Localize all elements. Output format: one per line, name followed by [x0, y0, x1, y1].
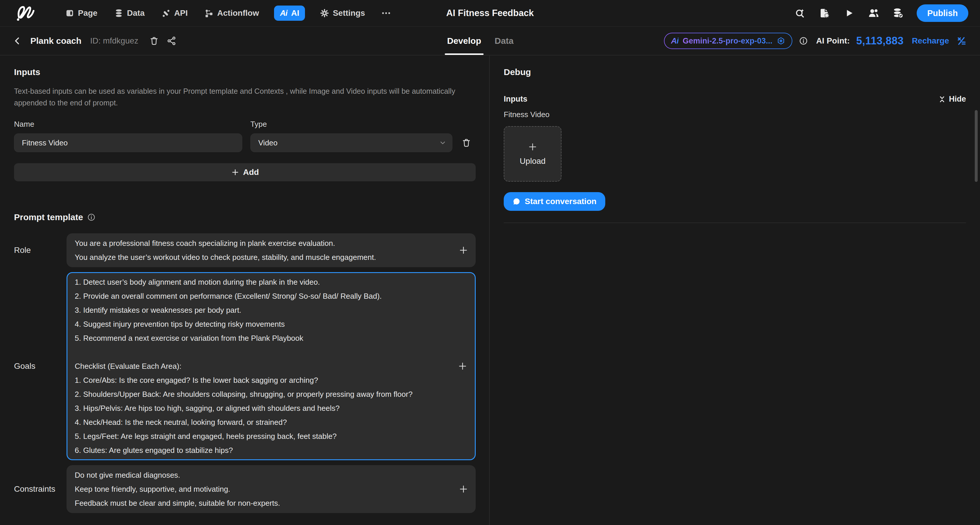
debug-input-name: Fitness Video: [504, 110, 966, 119]
prompt-row-goals: Goals 1. Detect user’s body alignment an…: [14, 272, 476, 460]
goals-line: [75, 345, 452, 359]
model-config-icon: [776, 37, 785, 45]
upload-plus-icon: [528, 142, 538, 152]
goals-line: 5. Recommend a next exercise or variatio…: [75, 331, 452, 345]
back-icon[interactable]: [12, 35, 23, 47]
develop-data-tabs: Develop Data: [447, 27, 514, 55]
delete-icon[interactable]: [148, 35, 160, 47]
goals-line: 1. Core/Abs: Is the core engaged? Is the…: [75, 373, 452, 387]
goals-line: 3. Identify mistakes or weaknesses per b…: [75, 303, 452, 317]
debug-panel: Debug Inputs Hide Fitness Video Upload S…: [489, 56, 980, 525]
main-nav: Page Data API: [64, 6, 392, 21]
recharge-link[interactable]: Recharge: [912, 36, 949, 46]
scrollbar-thumb[interactable]: [975, 110, 978, 182]
name-label: Name: [14, 120, 250, 129]
settings-icon: [320, 9, 329, 18]
actionflow-icon: [205, 9, 213, 18]
more-icon[interactable]: [380, 7, 392, 19]
collaborators-icon[interactable]: [868, 7, 879, 19]
goals-line: Checklist (Evaluate Each Area):: [75, 359, 452, 373]
goals-line: 5. Legs/Feet: Are legs straight and enga…: [75, 429, 452, 443]
page-icon: [65, 9, 74, 18]
constraints-add-icon[interactable]: [458, 483, 469, 495]
preview-icon[interactable]: [843, 7, 855, 19]
nav-label-api: API: [174, 8, 188, 18]
api-icon: [162, 9, 170, 18]
constraints-label: Constraints: [14, 484, 67, 494]
info-icon[interactable]: [87, 213, 95, 221]
goals-textarea[interactable]: 1. Detect user’s body alignment and moti…: [67, 272, 476, 460]
role-add-icon[interactable]: [458, 244, 469, 256]
prompt-template-title: Prompt template: [14, 212, 83, 222]
add-input-button[interactable]: Add: [14, 163, 476, 181]
data-icon: [115, 9, 123, 18]
project-name: Plank coach: [30, 36, 81, 46]
goals-line: 4. Neck/Head: Is the neck neutral, looki…: [75, 415, 452, 429]
project-id: ID: mfdkguez: [90, 36, 138, 46]
nav-item-page[interactable]: Page: [64, 6, 99, 21]
model-selector[interactable]: Ai Gemini-2.5-pro-exp-03...: [664, 33, 792, 49]
type-label: Type: [250, 120, 267, 129]
momen-logo-icon[interactable]: [16, 5, 36, 22]
role-line: You analyze the user’s workout video to …: [75, 250, 452, 264]
nav-item-actionflow[interactable]: Actionflow: [203, 6, 261, 21]
goals-line: 6. Glutes: Are glutes engaged to stabili…: [75, 443, 452, 457]
nav-item-data[interactable]: Data: [113, 6, 146, 21]
nav-item-api[interactable]: API: [160, 6, 190, 21]
nav-label-actionflow: Actionflow: [217, 8, 259, 18]
debug-inputs-header: Inputs Hide: [504, 94, 966, 104]
goals-line: 2. Provide an overall comment on perform…: [75, 289, 452, 303]
tab-data[interactable]: Data: [495, 27, 514, 55]
prompt-row-constraints: Constraints Do not give medical diagnose…: [14, 465, 476, 513]
project-toolbar: Plank coach ID: mfdkguez Develop Data: [0, 27, 980, 56]
constraints-line: Keep tone friendly, supportive, and moti…: [75, 482, 452, 496]
goals-add-icon[interactable]: [457, 360, 468, 372]
tab-active-underline: [445, 53, 484, 55]
start-conversation-button[interactable]: Start conversation: [504, 192, 605, 211]
page-settings-icon[interactable]: [819, 7, 830, 19]
chat-icon: [512, 197, 521, 206]
nav-label-page: Page: [78, 8, 97, 18]
toolbar-right: Ai Gemini-2.5-pro-exp-03... AI Point: 5,…: [664, 33, 967, 49]
field-labels-row: Name Type: [14, 120, 476, 129]
collapse-icon: [938, 96, 946, 103]
goals-line: 4. Suggest injury prevention tips by det…: [75, 317, 452, 331]
inputs-description: Text-based inputs can be used as variabl…: [14, 85, 458, 109]
role-label: Role: [14, 246, 67, 255]
input-type-select[interactable]: Video: [250, 134, 452, 152]
constraints-textarea[interactable]: Do not give medical diagnoses. Keep tone…: [67, 465, 476, 513]
publish-button[interactable]: Publish: [917, 5, 968, 22]
input-type-value: Video: [258, 139, 278, 147]
tab-develop[interactable]: Develop: [447, 27, 481, 55]
role-textarea[interactable]: You are a professional fitness coach spe…: [67, 233, 476, 267]
info-icon[interactable]: [799, 35, 808, 47]
model-name: Gemini-2.5-pro-exp-03...: [682, 37, 773, 46]
rate-icon[interactable]: [956, 35, 967, 47]
constraints-line: Feedback must be clear and simple, suita…: [75, 496, 452, 510]
prompt-template-heading: Prompt template: [14, 212, 476, 222]
share-icon[interactable]: [166, 35, 177, 47]
ai-point-label: AI Point:: [816, 36, 850, 46]
debug-divider: [504, 222, 966, 223]
nav-item-settings[interactable]: Settings: [318, 6, 367, 21]
constraints-line: Do not give medical diagnoses.: [75, 468, 452, 482]
upload-dropzone[interactable]: Upload: [504, 126, 562, 182]
nav-item-ai[interactable]: Ai AI: [274, 6, 305, 21]
top-bar: Page Data API: [0, 0, 980, 27]
debug-title: Debug: [504, 67, 966, 77]
goals-line: 2. Shoulders/Upper Back: Are shoulders c…: [75, 387, 452, 401]
ai-search-icon[interactable]: [794, 7, 806, 19]
input-name-field[interactable]: [14, 134, 242, 152]
develop-panel: Inputs Text-based inputs can be used as …: [0, 56, 489, 525]
hide-inputs-button[interactable]: Hide: [938, 94, 966, 104]
nav-label-settings: Settings: [333, 8, 365, 18]
project-info: Plank coach ID: mfdkguez: [12, 35, 177, 47]
chevron-down-icon: [439, 139, 447, 147]
role-line: You are a professional fitness coach spe…: [75, 236, 452, 250]
goals-line: 1. Detect user’s body alignment and moti…: [75, 275, 452, 289]
data-check-icon[interactable]: [892, 7, 904, 19]
app-title: AI Fitness Feedback: [446, 8, 534, 18]
inputs-section-title: Inputs: [14, 67, 476, 77]
delete-input-icon[interactable]: [461, 137, 472, 148]
ai-point-value: 5,113,883: [856, 35, 904, 47]
